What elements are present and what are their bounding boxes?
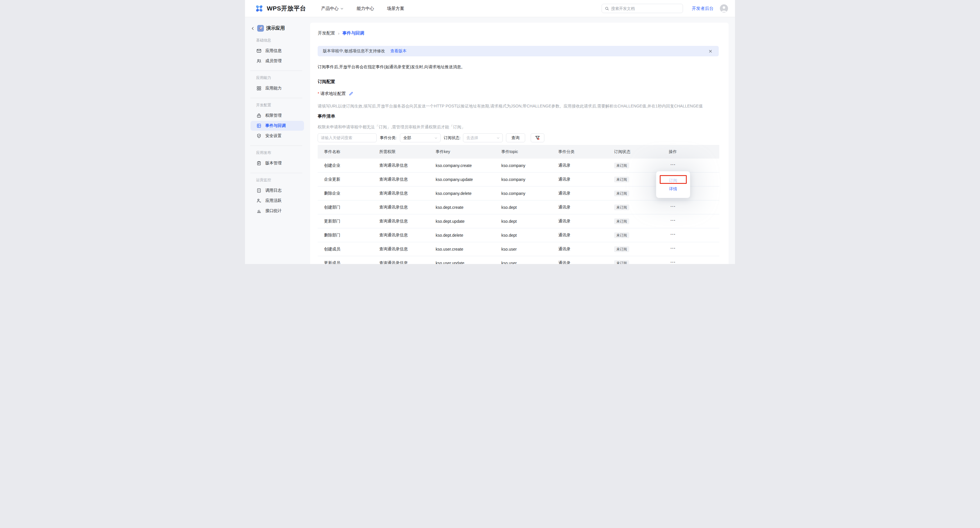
status-badge: 未订阅 bbox=[614, 163, 629, 168]
view-version-link[interactable]: 查看版本 bbox=[390, 49, 407, 54]
sidebar-item[interactable]: 安全设置 bbox=[251, 131, 304, 141]
sidebar-item[interactable]: 调用日志 bbox=[251, 186, 304, 195]
table-row: 删除部门查询通讯录信息kso.dept.deletekso.dept通讯录未订阅… bbox=[318, 228, 719, 242]
doc-search[interactable] bbox=[601, 4, 683, 13]
cell-name: 更新成员 bbox=[324, 260, 379, 264]
cell-permission: 查询通讯录信息 bbox=[379, 177, 436, 182]
user-activity-icon bbox=[256, 198, 262, 203]
sidebar: 演示应用 基础信息应用信息成员管理应用能力应用能力开发配置权限管理事件与回调安全… bbox=[245, 17, 305, 264]
row-more-button[interactable]: ··· bbox=[669, 232, 678, 238]
cell-topic: kso.user bbox=[501, 261, 558, 264]
cell-key: kso.user.update bbox=[436, 261, 501, 264]
column-header: 事件topic bbox=[501, 149, 558, 154]
row-more-button[interactable]: ··· bbox=[669, 246, 678, 252]
topnav-item-1[interactable]: 产品中心 bbox=[321, 6, 344, 11]
sidebar-divider bbox=[250, 146, 302, 146]
brand-logo[interactable]: WPS开放平台 bbox=[254, 3, 306, 13]
event-list-title: 事件清单 bbox=[318, 114, 724, 120]
row-more-button[interactable]: ··· bbox=[669, 162, 678, 169]
event-list-note: 权限未申请和申请审核中都无法「订阅」,需管理员审核并开通权限后才能「订阅」 bbox=[318, 124, 724, 130]
clear-filter-button[interactable] bbox=[531, 133, 544, 142]
keyword-search-input[interactable] bbox=[318, 133, 377, 142]
status-badge: 未订阅 bbox=[614, 219, 629, 224]
status-badge: 未订阅 bbox=[614, 177, 629, 182]
shield-check-icon bbox=[256, 133, 262, 138]
wps-logo-icon bbox=[254, 3, 264, 13]
edit-pencil-icon[interactable] bbox=[348, 91, 353, 96]
cell-topic: kso.dept bbox=[501, 233, 558, 238]
main-content: 开发配置 › 事件与回调 版本审核中,敏感项信息不支持修改 查看版本 订阅事件后… bbox=[310, 23, 729, 264]
query-button[interactable]: 查询 bbox=[506, 133, 525, 142]
app-screen: WPS开放平台 产品中心能力中心场景方案 开发者后台 bbox=[245, 0, 735, 264]
row-more-button[interactable]: ··· bbox=[669, 218, 678, 225]
cell-name: 企业更新 bbox=[324, 177, 379, 182]
cell-name: 创建企业 bbox=[324, 163, 379, 168]
sidebar-item[interactable]: 事件与回调 bbox=[251, 121, 304, 131]
subscribe-menu-item[interactable]: 订阅 bbox=[669, 178, 677, 183]
back-chevron-icon[interactable] bbox=[251, 27, 255, 30]
top-nav: 产品中心能力中心场景方案 bbox=[321, 6, 404, 11]
cell-permission: 查询通讯录信息 bbox=[379, 205, 436, 210]
row-more-button[interactable]: ··· bbox=[669, 260, 678, 264]
status-badge: 未订阅 bbox=[614, 232, 629, 238]
request-url-label: 请求地址配置 bbox=[320, 91, 345, 97]
cell-key: kso.dept.delete bbox=[436, 233, 501, 238]
cell-category: 通讯录 bbox=[558, 191, 614, 196]
table-row: 更新成员查询通讯录信息kso.user.updatekso.user通讯录未订阅… bbox=[318, 256, 719, 264]
column-header: 所需权限 bbox=[379, 149, 436, 154]
sidebar-item[interactable]: 应用信息 bbox=[251, 46, 304, 56]
column-header: 事件名称 bbox=[324, 149, 379, 154]
cell-topic: kso.dept bbox=[501, 205, 558, 210]
required-asterisk: * bbox=[318, 91, 319, 96]
chevron-down-icon bbox=[496, 136, 500, 140]
status-select[interactable]: 去选择 bbox=[463, 133, 503, 142]
sidebar-item-label: 应用活跃 bbox=[265, 198, 282, 203]
cell-key: kso.dept.update bbox=[436, 219, 501, 224]
cell-category: 通讯录 bbox=[558, 163, 614, 168]
sidebar-item[interactable]: 接口统计 bbox=[251, 206, 304, 216]
app-header: 演示应用 bbox=[251, 23, 303, 33]
bar-chart-icon bbox=[256, 208, 262, 214]
grid-icon bbox=[256, 86, 262, 91]
row-more-button[interactable]: ··· bbox=[669, 204, 678, 211]
sidebar-item[interactable]: 应用能力 bbox=[251, 83, 304, 93]
category-filter-label: 事件分类: bbox=[380, 135, 397, 141]
sidebar-item-label: 权限管理 bbox=[265, 113, 282, 118]
sidebar-item[interactable]: 应用活跃 bbox=[251, 196, 304, 206]
developer-console-link[interactable]: 开发者后台 bbox=[692, 6, 713, 11]
sidebar-item[interactable]: 权限管理 bbox=[251, 111, 304, 121]
banner-text: 版本审核中,敏感项信息不支持修改 bbox=[323, 49, 385, 54]
cell-key: kso.company.delete bbox=[436, 191, 501, 196]
doc-info-icon bbox=[256, 188, 262, 193]
cell-topic: kso.company bbox=[501, 163, 558, 168]
sidebar-item[interactable]: 版本管理 bbox=[251, 158, 304, 168]
sidebar-item-label: 调用日志 bbox=[265, 188, 282, 193]
topnav-item-label: 能力中心 bbox=[356, 6, 374, 11]
table-row: 创建企业查询通讯录信息kso.company.createkso.company… bbox=[318, 159, 719, 173]
topnav-item-2[interactable]: 能力中心 bbox=[356, 6, 374, 11]
category-select-value: 全部 bbox=[403, 135, 411, 141]
detail-menu-item[interactable]: 详情 bbox=[669, 186, 677, 192]
user-avatar[interactable] bbox=[720, 4, 728, 13]
sidebar-item[interactable]: 成员管理 bbox=[251, 56, 304, 66]
filter-row: 事件分类: 全部 订阅状态: 去选择 查询 bbox=[318, 133, 724, 142]
clipboard-icon bbox=[256, 161, 262, 166]
status-badge: 未订阅 bbox=[614, 260, 629, 264]
breadcrumb-parent[interactable]: 开发配置 bbox=[318, 30, 335, 36]
search-input[interactable] bbox=[611, 6, 680, 11]
cell-key: kso.company.create bbox=[436, 163, 501, 168]
close-icon[interactable] bbox=[708, 49, 712, 53]
category-select[interactable]: 全部 bbox=[400, 133, 441, 142]
row-action-menu: 订阅 详情 bbox=[656, 171, 690, 198]
intro-text: 订阅事件后,开放平台将会在指定事件(如通讯录变更)发生时,向请求地址推送消息。 bbox=[318, 64, 724, 70]
cell-topic: kso.company bbox=[501, 177, 558, 182]
topnav-item-label: 产品中心 bbox=[321, 6, 339, 11]
column-header: 事件分类 bbox=[558, 149, 614, 154]
sidebar-item-label: 成员管理 bbox=[265, 59, 282, 63]
sidebar-section-label: 应用发布 bbox=[256, 150, 305, 155]
cell-category: 通讯录 bbox=[558, 177, 614, 182]
status-badge: 未订阅 bbox=[614, 246, 629, 252]
topnav-item-3[interactable]: 场景方案 bbox=[387, 6, 404, 11]
sidebar-sections: 基础信息应用信息成员管理应用能力应用能力开发配置权限管理事件与回调安全设置应用发… bbox=[245, 38, 305, 216]
cell-name: 创建部门 bbox=[324, 205, 379, 210]
